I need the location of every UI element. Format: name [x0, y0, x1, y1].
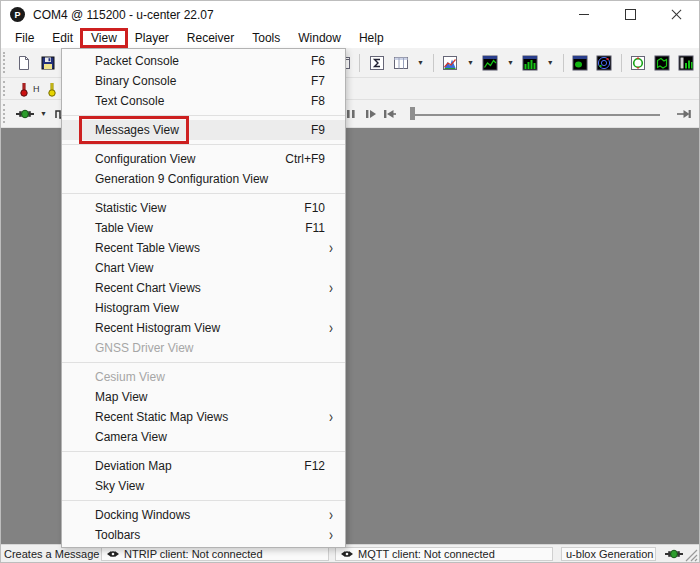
menu-item-label: Generation 9 Configuration View — [95, 172, 333, 186]
menu-item-label: Chart View — [95, 261, 333, 275]
close-icon — [671, 9, 682, 20]
connector-button[interactable] — [12, 103, 35, 125]
minimize-icon — [579, 14, 589, 15]
menu-item-docking-windows[interactable]: Docking Windows› — [62, 505, 345, 525]
menu-item-shortcut: Ctrl+F9 — [285, 152, 325, 166]
maximize-button[interactable] — [607, 1, 653, 28]
skip-to-start-button[interactable] — [379, 104, 398, 124]
deviation-map-button[interactable] — [569, 52, 592, 74]
menu-item-packet-console[interactable]: Packet ConsoleF6 — [62, 51, 345, 71]
menu-item-label: Toolbars — [95, 528, 329, 542]
menu-item-label: Recent Static Map Views — [95, 410, 329, 424]
submenu-arrow-icon: › — [329, 240, 333, 256]
playback-slider[interactable] — [410, 107, 660, 121]
menu-separator — [62, 500, 345, 501]
table-view-button[interactable] — [389, 52, 412, 74]
menu-item-label: Recent Histogram View — [95, 321, 329, 335]
menu-item-deviation-map[interactable]: Deviation MapF12 — [62, 456, 345, 476]
menu-item-label: Configuration View — [95, 152, 285, 166]
thermometer-hot-button[interactable] — [12, 78, 35, 100]
menu-separator — [62, 193, 345, 194]
dropdown-caret-icon[interactable]: ▼ — [503, 59, 518, 66]
menubar-item-file[interactable]: File — [8, 29, 41, 47]
sigma-icon — [369, 55, 385, 71]
dropdown-caret-icon[interactable]: ▼ — [413, 59, 428, 66]
menubar: FileEditViewPlayerReceiverToolsWindowHel… — [1, 28, 699, 48]
menu-item-toolbars[interactable]: Toolbars› — [62, 525, 345, 545]
menu-item-recent-static-map-views[interactable]: Recent Static Map Views› — [62, 407, 345, 427]
toolbar-grip[interactable] — [3, 81, 9, 96]
menubar-item-tools[interactable]: Tools — [245, 29, 287, 47]
menu-item-messages-view[interactable]: Messages ViewF9 — [62, 120, 345, 140]
menu-item-recent-table-views[interactable]: Recent Table Views› — [62, 238, 345, 258]
menu-item-camera-view[interactable]: Camera View — [62, 427, 345, 447]
toolbar-grip[interactable] — [3, 52, 9, 72]
resize-grip-icon — [684, 548, 698, 562]
menu-item-label: Recent Table Views — [95, 241, 329, 255]
toolbar-separator — [563, 54, 564, 72]
chart-view-icon — [442, 55, 458, 71]
skip-to-end-button[interactable] — [674, 104, 693, 124]
chart-view-button[interactable] — [439, 52, 462, 74]
menubar-item-window[interactable]: Window — [291, 29, 348, 47]
menu-item-generation-9-configuration-view[interactable]: Generation 9 Configuration View — [62, 169, 345, 189]
line-chart-button[interactable] — [479, 52, 502, 74]
step-forward-icon — [362, 106, 378, 122]
menu-item-label: Messages View — [95, 123, 311, 137]
menu-item-recent-chart-views[interactable]: Recent Chart Views› — [62, 278, 345, 298]
thermometer-warm-icon — [44, 81, 60, 97]
menu-item-label: Text Console — [95, 94, 311, 108]
menubar-item-view[interactable]: View — [84, 29, 124, 47]
app-window: P COM4 @ 115200 - u-center 22.07 FileEdi… — [0, 0, 700, 563]
menu-item-table-view[interactable]: Table ViewF11 — [62, 218, 345, 238]
menu-item-sky-view[interactable]: Sky View — [62, 476, 345, 496]
menu-item-label: Statistic View — [95, 201, 304, 215]
statusbar-panel-text: NTRIP client: Not connected — [124, 548, 263, 560]
menu-item-label: Recent Chart Views — [95, 281, 329, 295]
menu-item-binary-console[interactable]: Binary ConsoleF7 — [62, 71, 345, 91]
menu-item-recent-histogram-view[interactable]: Recent Histogram View› — [62, 318, 345, 338]
statusbar-panel-1: NTRIP client: Not connected — [101, 547, 329, 561]
menu-item-chart-view[interactable]: Chart View — [62, 258, 345, 278]
slider-thumb[interactable] — [410, 107, 415, 120]
save-file-button[interactable] — [36, 52, 59, 74]
menu-item-text-console[interactable]: Text ConsoleF8 — [62, 91, 345, 111]
menubar-item-edit[interactable]: Edit — [45, 29, 80, 47]
step-forward-button[interactable] — [360, 104, 379, 124]
docking-bars-icon — [678, 55, 694, 71]
map-view-button[interactable] — [651, 52, 674, 74]
skip-to-end-icon — [676, 106, 692, 122]
menubar-item-receiver[interactable]: Receiver — [180, 29, 241, 47]
menu-item-label: Histogram View — [95, 301, 333, 315]
menu-separator — [62, 115, 345, 116]
resize-grip[interactable] — [684, 548, 698, 562]
sky-view-button[interactable] — [593, 52, 616, 74]
dropdown-caret-icon[interactable]: ▼ — [36, 110, 51, 117]
statusbar-panel-2: MQTT client: Not connected — [335, 547, 553, 561]
menu-item-histogram-view[interactable]: Histogram View — [62, 298, 345, 318]
connection-status-icon-slot — [662, 546, 684, 562]
dropdown-caret-icon[interactable]: ▼ — [463, 59, 478, 66]
menu-item-label: Cesium View — [95, 370, 333, 384]
menubar-item-player[interactable]: Player — [128, 29, 176, 47]
sigma-button[interactable] — [365, 52, 388, 74]
gnss-status-button[interactable] — [627, 52, 650, 74]
menu-item-statistic-view[interactable]: Statistic ViewF10 — [62, 198, 345, 218]
menu-item-shortcut: F8 — [311, 94, 325, 108]
menu-item-label: Map View — [95, 390, 333, 404]
dropdown-caret-icon[interactable]: ▼ — [543, 59, 558, 66]
menu-item-shortcut: F10 — [304, 201, 325, 215]
docking-bars-button[interactable] — [675, 52, 698, 74]
menu-item-map-view[interactable]: Map View — [62, 387, 345, 407]
menu-item-label: Docking Windows — [95, 508, 329, 522]
toolbar-grip[interactable] — [3, 104, 9, 123]
close-button[interactable] — [653, 1, 699, 28]
menu-item-configuration-view[interactable]: Configuration ViewCtrl+F9 — [62, 149, 345, 169]
menu-item-shortcut: F9 — [311, 123, 325, 137]
menubar-item-help[interactable]: Help — [352, 29, 391, 47]
new-file-button[interactable] — [12, 52, 35, 74]
minimize-button[interactable] — [561, 1, 607, 28]
menu-item-label: Table View — [95, 221, 305, 235]
toolbar-separator — [433, 54, 434, 72]
histogram-button[interactable] — [519, 52, 542, 74]
